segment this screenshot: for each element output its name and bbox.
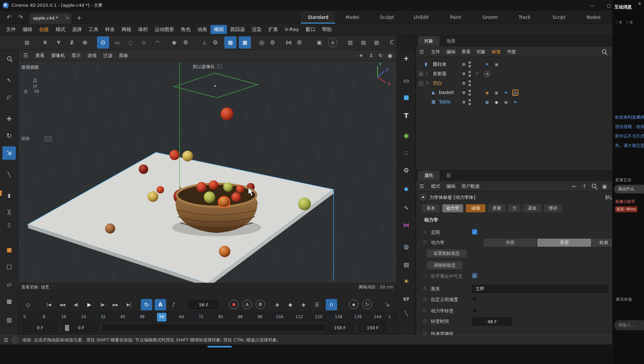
next-key-button[interactable]: ▶▶ bbox=[110, 299, 121, 310]
prev-key-button[interactable]: ◀◀ bbox=[57, 299, 68, 310]
object-row-emitter[interactable]: + ∴ 发射器 ✓ ◔ bbox=[416, 69, 612, 79]
workplane-icon[interactable]: ⊥ bbox=[198, 36, 211, 49]
zoom-icon[interactable]: ⇕ bbox=[367, 51, 376, 60]
layer-toggle[interactable] bbox=[462, 101, 465, 103]
axes-icon[interactable]: + bbox=[399, 52, 413, 65]
om-hamburger-icon[interactable]: ☰ bbox=[417, 48, 426, 56]
om-menu-bookmarks[interactable]: 书签 bbox=[504, 47, 519, 57]
om-menu-object[interactable]: 对象 bbox=[474, 47, 489, 57]
menu-mode[interactable]: 模式 bbox=[52, 24, 69, 35]
range-handle[interactable] bbox=[65, 325, 69, 331]
menu-extensions[interactable]: 扩展 bbox=[265, 24, 282, 35]
layout-panel-icon[interactable]: ▤ bbox=[21, 36, 33, 49]
attr-menu-edit[interactable]: 编辑 bbox=[443, 181, 458, 192]
axis-x-toggle[interactable]: X bbox=[39, 36, 51, 49]
menu-render[interactable]: 渲染 bbox=[249, 24, 265, 35]
mograph-icon[interactable]: ⋈ bbox=[399, 218, 413, 232]
layout-tab-model[interactable]: Model bbox=[335, 11, 369, 24]
menu-animate[interactable]: 动画 bbox=[194, 24, 211, 35]
undo-button[interactable]: ↶ bbox=[4, 12, 14, 22]
cage-deformer-icon[interactable]: ▦ bbox=[2, 295, 16, 308]
vp-menu-options[interactable]: 选项 bbox=[84, 50, 100, 61]
texture-tag-icon[interactable]: ● bbox=[493, 99, 500, 105]
find-tool-icon[interactable] bbox=[2, 52, 16, 65]
attr-hamburger-icon[interactable]: ☰ bbox=[417, 182, 426, 191]
say-something-input[interactable]: 说点什么 bbox=[614, 185, 644, 193]
editor-visibility-dot[interactable] bbox=[469, 90, 471, 92]
tab-attributes[interactable]: 属性 bbox=[418, 171, 440, 181]
key-rotation-toggle[interactable]: ◈ bbox=[299, 300, 308, 309]
vp-menu-display[interactable]: 显示 bbox=[68, 50, 84, 61]
menu-spline[interactable]: 样条 bbox=[102, 24, 118, 35]
dynamic-detect-button[interactable]: 检测 bbox=[592, 239, 612, 247]
prev-frame-button[interactable]: ◀| bbox=[70, 299, 82, 310]
instance-cubes-icon[interactable]: ▣ bbox=[313, 36, 325, 49]
object-label[interactable]: 发射器 bbox=[433, 71, 447, 77]
render-visibility-dot[interactable] bbox=[469, 84, 471, 86]
object-label[interactable]: basket bbox=[439, 90, 454, 95]
attr-up-icon[interactable]: ↑ bbox=[580, 182, 588, 190]
timeline-orbit-icon[interactable]: ↻ bbox=[362, 300, 372, 309]
c-rotate-icon[interactable]: C bbox=[387, 36, 396, 49]
status-hamburger-icon[interactable]: ☰ bbox=[2, 336, 10, 344]
coord-system-icon[interactable]: ⊕ bbox=[79, 36, 91, 49]
box-tag-icon[interactable]: ▣ bbox=[503, 99, 509, 105]
vp-menu-panel[interactable]: 面板 bbox=[116, 50, 132, 61]
generator-icon[interactable]: ◉ bbox=[399, 129, 413, 142]
move-tool-icon[interactable]: + bbox=[2, 112, 16, 125]
menu-file[interactable]: 文件 bbox=[3, 24, 19, 35]
key-diamond-icon[interactable]: ◇ bbox=[22, 299, 34, 310]
clear-initial-state-button[interactable]: 清除初状态 bbox=[427, 261, 462, 269]
rotate-tool-icon[interactable]: ↻ bbox=[2, 129, 16, 142]
camera-menu-icon[interactable] bbox=[218, 65, 222, 68]
render-visibility-dot[interactable] bbox=[469, 93, 471, 96]
viewport-maximize-icon[interactable]: ▣ bbox=[386, 51, 394, 60]
menu-create[interactable]: 创建 bbox=[36, 24, 52, 35]
scale-hud-icon[interactable] bbox=[45, 136, 52, 141]
enabled-check-icon[interactable]: ✓ bbox=[475, 71, 479, 76]
chat-input[interactable]: 请输入... bbox=[614, 320, 644, 330]
view-label[interactable]: 透视视图 bbox=[21, 64, 39, 70]
flag-tag-icon[interactable]: ⚑ bbox=[512, 99, 518, 105]
array-icon[interactable]: ∷ bbox=[399, 146, 413, 160]
workplane-gear-icon[interactable]: ⚙ bbox=[209, 36, 221, 49]
goto-end-button[interactable]: ▶| bbox=[123, 299, 135, 310]
layout-tab-groom[interactable]: Groom bbox=[473, 11, 507, 24]
pla-sliders-toggle[interactable]: ☰ bbox=[313, 300, 321, 309]
cube-object-icon[interactable]: ■ bbox=[2, 243, 16, 256]
square-icon[interactable]: ▭ bbox=[399, 74, 413, 87]
menu-window[interactable]: 窗口 bbox=[302, 24, 319, 35]
timeline-expand-icon[interactable]: ↘ bbox=[383, 300, 392, 309]
cube-icon[interactable]: ■ bbox=[399, 91, 413, 104]
layout-tab-uvedit[interactable]: UVEdit bbox=[404, 11, 439, 24]
section-tab-collision[interactable]: 碰撞 bbox=[466, 204, 485, 212]
brush-tool-icon[interactable]: ▮ bbox=[2, 189, 16, 202]
menu-tracker[interactable]: 跟踪器 bbox=[227, 24, 249, 35]
object-row-null[interactable]: − ⊹ 空白 bbox=[416, 79, 612, 88]
array-object-icon[interactable]: ▥ bbox=[2, 313, 16, 327]
sound-toggle[interactable]: ♪ bbox=[168, 299, 179, 310]
emitter-tag-icon[interactable]: ◔ bbox=[484, 71, 490, 77]
small-pen-icon[interactable]: ╲ bbox=[399, 307, 413, 320]
symmetry-gear-icon[interactable]: ⚙ bbox=[293, 36, 305, 49]
goto-start-button[interactable]: |◀ bbox=[43, 299, 55, 310]
menu-help[interactable]: 帮助 bbox=[319, 24, 335, 35]
section-tab-mass[interactable]: 质量 bbox=[488, 204, 506, 212]
menu-mograph[interactable]: 运动图形 bbox=[151, 24, 178, 35]
om-search-icon[interactable] bbox=[602, 49, 606, 54]
key-scale-toggle[interactable]: ◆ bbox=[286, 300, 295, 309]
enable-checkbox[interactable] bbox=[472, 229, 477, 235]
layout-tab-nodes[interactable]: Nodes bbox=[576, 11, 611, 24]
section-tab-force[interactable]: 力 bbox=[508, 204, 520, 212]
menu-tools[interactable]: 工具 bbox=[85, 24, 102, 35]
redo-button[interactable]: ↷ bbox=[15, 12, 26, 22]
menu-edit[interactable]: 编辑 bbox=[19, 24, 36, 35]
show-session-button[interactable]: 展示本场 bbox=[616, 297, 632, 302]
symmetry-icon[interactable]: ⋈ bbox=[283, 36, 295, 49]
render-picture-icon[interactable]: ▤ bbox=[357, 36, 369, 49]
overlay-close-icon[interactable]: ✕ bbox=[638, 1, 641, 6]
om-menu-edit[interactable]: 编辑 bbox=[443, 47, 458, 57]
range-start-field-2[interactable]: 0 F bbox=[64, 323, 99, 332]
vp-menu-cameras[interactable]: 摄像机 bbox=[48, 50, 68, 61]
st-icon[interactable]: ST bbox=[399, 292, 413, 306]
